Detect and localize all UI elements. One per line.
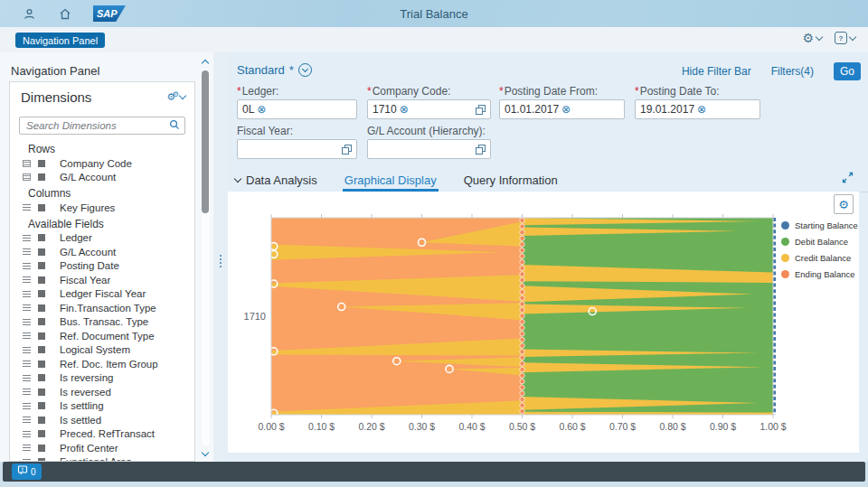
legend-label: Ending Balance <box>795 269 855 279</box>
hide-filter-bar-link[interactable]: Hide Filter Bar <box>682 65 751 78</box>
svg-text:0.10 $: 0.10 $ <box>308 421 335 432</box>
tab-label: Graphical Display <box>344 173 437 187</box>
value-help-icon[interactable] <box>342 145 352 155</box>
legend-item[interactable]: Starting Balance <box>781 220 858 230</box>
settings-menu-button[interactable]: ⚙ <box>802 32 822 44</box>
chart-legend: Starting BalanceDebit BalanceCredit Bala… <box>781 220 858 279</box>
dimension-item[interactable]: G/L Account <box>10 171 194 185</box>
required-asterisk: * <box>237 85 241 98</box>
dimensions-title: Dimensions <box>21 89 91 105</box>
dimension-item-label: Fin.Transaction Type <box>60 303 156 314</box>
dimension-item[interactable]: Is settled <box>10 413 194 427</box>
field-label-text: Company Code: <box>373 85 451 98</box>
dimension-item[interactable]: Fin.Transaction Type <box>10 301 194 315</box>
chevron-down-icon[interactable] <box>179 92 186 99</box>
dimension-item[interactable]: Bus. Transac. Type <box>10 315 194 330</box>
dimension-settings-icon[interactable]: ⚙⚙ <box>166 92 175 102</box>
dimension-item-label: Bus. Transac. Type <box>60 316 148 327</box>
dimension-item[interactable]: Posting Date <box>10 259 194 274</box>
svg-text:0.80 $: 0.80 $ <box>659 421 685 432</box>
dimension-item[interactable]: Company Code <box>10 156 194 171</box>
square-icon <box>38 389 45 396</box>
search-icon[interactable] <box>169 119 180 133</box>
dimension-item[interactable]: Is settling <box>10 399 194 414</box>
dimension-item[interactable]: Ref. Doc. Item Group <box>10 357 194 371</box>
filter-row-1: *Ledger:0L⊗*Company Code:1710⊗*Posting D… <box>237 85 760 119</box>
dimension-item-label: Ref. Doc. Item Group <box>60 359 158 370</box>
gear-icon: ⚙ <box>802 32 814 44</box>
field-input[interactable]: 01.01.2017⊗ <box>499 99 625 119</box>
field-input[interactable] <box>367 139 491 159</box>
dimension-item[interactable]: Logical System <box>10 343 194 358</box>
legend-dot <box>781 221 789 229</box>
dimension-item-label: Fiscal Year <box>60 275 110 286</box>
drag-handle-icon <box>23 431 31 437</box>
svg-text:0.20 $: 0.20 $ <box>358 421 384 432</box>
dimension-item[interactable]: Profit Center <box>10 441 194 455</box>
value-help-icon[interactable] <box>476 105 486 115</box>
dimension-item-label: Is reversing <box>60 372 113 383</box>
message-icon <box>17 465 28 479</box>
svg-text:0.50 $: 0.50 $ <box>509 421 535 432</box>
variant-chevron-icon <box>298 63 312 77</box>
navigation-panel-toggle-button[interactable]: Navigation Panel <box>15 33 105 48</box>
dimension-item[interactable]: Is reversed <box>10 385 194 399</box>
help-menu-button[interactable]: ? <box>835 32 855 44</box>
dimension-item[interactable]: Ref. Document Type <box>10 329 194 343</box>
fullscreen-icon[interactable] <box>842 172 854 186</box>
tab-data-analysis[interactable]: Data Analysis <box>235 168 317 192</box>
scrollbar-thumb[interactable] <box>202 70 209 213</box>
legend-item[interactable]: Debit Balance <box>781 237 858 247</box>
dimension-item[interactable]: Preced. RefTransact <box>10 427 194 442</box>
dimension-item[interactable]: Fiscal Year <box>10 273 194 287</box>
svg-text:0.90 $: 0.90 $ <box>710 421 736 432</box>
scroll-up-icon[interactable] <box>203 56 208 69</box>
field-input[interactable]: 1710⊗ <box>367 99 491 119</box>
dimension-item[interactable]: Ledger Fiscal Year <box>10 287 194 302</box>
drag-handle-icon <box>23 332 31 339</box>
field-input[interactable] <box>237 139 357 159</box>
dimensions-card: Dimensions ⚙⚙ RowsCompany CodeG/L Accoun… <box>9 81 195 462</box>
message-popover-button[interactable]: 0 <box>12 464 42 480</box>
grid-icon <box>23 173 31 181</box>
token-remove-icon[interactable]: ⊗ <box>697 104 706 115</box>
legend-item[interactable]: Ending Balance <box>781 269 858 279</box>
field-label: *Posting Date From: <box>499 85 625 99</box>
dimension-item-label: Ledger <box>60 232 92 243</box>
value-help-icon[interactable] <box>476 145 486 155</box>
field-label-text: Ledger: <box>242 85 279 98</box>
chevron-down-icon <box>234 174 241 182</box>
token-remove-icon[interactable]: ⊗ <box>561 104 571 115</box>
help-icon: ? <box>835 32 847 44</box>
token-remove-icon[interactable]: ⊗ <box>400 104 409 115</box>
legend-label: Credit Balance <box>795 253 851 263</box>
dimension-item[interactable]: Is reversing <box>10 371 194 386</box>
token-remove-icon[interactable]: ⊗ <box>257 104 266 115</box>
scroll-down-icon[interactable] <box>203 445 208 458</box>
square-icon <box>38 262 45 269</box>
go-button[interactable]: Go <box>834 62 861 80</box>
square-icon <box>38 417 45 424</box>
dimension-item[interactable]: Key Figures <box>10 201 194 215</box>
dimension-item-label: Logical System <box>60 344 130 355</box>
variant-selector[interactable]: Standard * <box>237 63 312 77</box>
panel-splitter[interactable] <box>213 52 228 462</box>
field-input[interactable]: 19.01.2017⊗ <box>635 99 760 119</box>
tab-query-information[interactable]: Query Information <box>464 168 558 192</box>
field-input[interactable]: 0L⊗ <box>237 99 357 119</box>
dimension-item-label: Ref. Document Type <box>60 331 155 342</box>
dimension-item[interactable]: G/L Account <box>10 245 194 259</box>
dimension-item-label: G/L Account <box>60 247 116 258</box>
filters-link[interactable]: Filters(4) <box>771 65 814 78</box>
square-icon <box>38 290 45 297</box>
dimension-item-label: Is reversed <box>60 387 111 398</box>
search-input[interactable] <box>24 119 169 132</box>
tab-graphical-display[interactable]: Graphical Display <box>344 168 437 192</box>
dimension-item[interactable]: Ledger <box>10 231 194 246</box>
legend-label: Debit Balance <box>795 237 848 247</box>
chevron-down-icon <box>849 33 856 40</box>
field-label: *Company Code: <box>367 85 491 99</box>
legend-item[interactable]: Credit Balance <box>781 253 858 263</box>
dimension-item[interactable]: Functional Area <box>10 455 194 463</box>
legend-dot <box>781 238 789 246</box>
